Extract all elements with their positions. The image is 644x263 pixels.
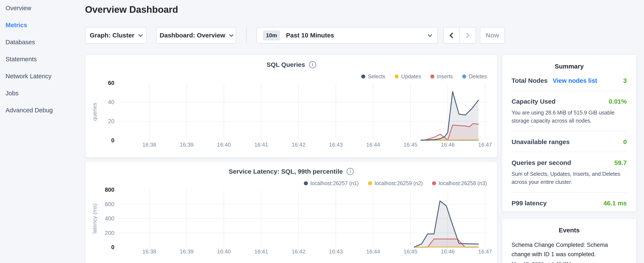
svg-text:16:45: 16:45 (404, 141, 417, 148)
event-text: Schema Change Completed: Schema change w… (512, 240, 627, 259)
svg-text:40: 40 (108, 99, 114, 105)
summary-title: Summary (512, 63, 627, 70)
sidebar-item-advanced-debug[interactable]: Advanced Debug (6, 107, 82, 114)
legend-label: Updates (401, 73, 421, 80)
legend-dot-icon (430, 75, 434, 79)
svg-text:16:47: 16:47 (478, 248, 492, 255)
sql-queries-plot[interactable]: 16:3816:3916:4016:4116:4216:4316:4416:45… (86, 80, 498, 153)
svg-text:16:46: 16:46 (441, 141, 454, 148)
chevron-left-icon (450, 33, 455, 38)
summary-row-label: Total Nodes (512, 77, 548, 84)
legend-dot-icon (394, 75, 399, 79)
summary-row-value: 46.1 ms (604, 200, 627, 207)
chevron-right-icon (464, 33, 470, 38)
svg-text:16:39: 16:39 (180, 141, 194, 148)
chevron-down-icon (229, 33, 234, 37)
legend-dot-icon (432, 181, 436, 185)
svg-text:16:46: 16:46 (441, 248, 454, 255)
svg-text:queries: queries (92, 103, 98, 121)
summary-row-description: You are using 28.6 MiB of 515.9 GiB usab… (512, 109, 627, 125)
svg-text:60: 60 (108, 80, 114, 86)
graph-scope-label: Graph: Cluster (90, 32, 134, 39)
legend-item: localhost:26258 (n3) (432, 180, 487, 186)
sidebar-item-jobs[interactable]: Jobs (6, 90, 82, 97)
svg-text:16:44: 16:44 (366, 141, 380, 148)
chart-title: SQL Queries (266, 61, 305, 68)
view-nodes-list-link[interactable]: View nodes list (552, 77, 597, 84)
svg-text:400: 400 (105, 215, 114, 222)
svg-text:16:41: 16:41 (254, 248, 268, 255)
chart-title: Service Latency: SQL, 99th percentile (229, 168, 343, 175)
summary-row-p99-latency: P99 latency 46.1 ms (512, 193, 627, 213)
events-panel: Events Schema Change Completed: Schema c… (502, 218, 636, 263)
svg-text:16:43: 16:43 (329, 141, 343, 148)
event-timestamp: May 13, 2020 at 4:45 PM (512, 261, 627, 263)
dashboard-dropdown[interactable]: Dashboard: Overview (156, 27, 236, 44)
chart-title-row: Service Latency: SQL, 99th percentile i (86, 168, 497, 175)
svg-text:20: 20 (108, 118, 114, 124)
sql-queries-chart-panel: SQL Queries i SelectsUpdatesInsertsDelet… (85, 54, 498, 158)
graph-scope-dropdown[interactable]: Graph: Cluster (85, 27, 147, 44)
summary-row-value: 3 (623, 77, 627, 84)
legend-item: localhost:26257 (n1) (304, 180, 359, 186)
events-title: Events (512, 227, 627, 234)
chevron-down-icon (138, 33, 143, 37)
svg-text:800: 800 (105, 187, 114, 193)
svg-text:16:42: 16:42 (292, 141, 306, 148)
svg-text:16:41: 16:41 (254, 141, 268, 148)
chevron-down-icon (428, 33, 432, 37)
summary-row-label: Unavailable ranges (512, 138, 570, 146)
sidebar-item-network-latency[interactable]: Network Latency (6, 73, 82, 80)
time-prev-button[interactable] (444, 28, 460, 43)
sidebar-item-statements[interactable]: Statements (6, 56, 82, 63)
dashboard-label: Dashboard: Overview (160, 32, 225, 39)
svg-text:16:44: 16:44 (366, 248, 380, 255)
sidebar-item-databases[interactable]: Databases (6, 39, 82, 46)
legend-label: Selects (368, 73, 385, 80)
summary-row-unavailable-ranges: Unavailable ranges 0 (512, 131, 627, 152)
svg-text:600: 600 (105, 201, 114, 207)
svg-text:0: 0 (111, 244, 114, 250)
sidebar-nav: Overview Metrics Databases Statements Ne… (6, 5, 82, 124)
svg-text:16:45: 16:45 (404, 248, 417, 255)
service-latency-chart-panel: Service Latency: SQL, 99th percentile i … (85, 161, 498, 263)
summary-row-value: 59.7 (614, 159, 627, 166)
svg-text:16:38: 16:38 (142, 141, 156, 148)
controls-divider (246, 27, 247, 44)
page-title: Overview Dashboard (85, 4, 178, 15)
svg-text:16:40: 16:40 (217, 141, 231, 148)
sidebar-item-metrics[interactable]: Metrics (6, 22, 82, 29)
legend-item: localhost:26259 (n2) (368, 180, 423, 186)
time-range-label: Past 10 Minutes (286, 32, 424, 39)
time-range-selector[interactable]: 10m Past 10 Minutes (256, 27, 438, 44)
chart-legend: localhost:26257 (n1)localhost:26259 (n2)… (304, 180, 487, 186)
svg-text:16:42: 16:42 (292, 248, 306, 255)
service-latency-plot[interactable]: 16:3816:3916:4016:4116:4216:4316:4416:45… (86, 187, 498, 260)
summary-row-description: Sum of Selects, Updates, Inserts, and De… (512, 170, 627, 186)
svg-text:200: 200 (105, 230, 114, 236)
chart-title-row: SQL Queries i (86, 61, 497, 68)
legend-label: localhost:26257 (n1) (310, 180, 359, 186)
time-next-button[interactable] (460, 28, 476, 43)
info-icon[interactable]: i (346, 168, 354, 175)
summary-row-total-nodes: Total Nodes View nodes list 3 (512, 70, 627, 91)
summary-panel: Summary Total Nodes View nodes list 3 Ca… (502, 54, 636, 212)
now-button[interactable]: Now (480, 27, 505, 44)
svg-text:16:40: 16:40 (217, 248, 231, 255)
sidebar-item-overview[interactable]: Overview (6, 5, 82, 12)
summary-row-value: 0.01% (609, 98, 627, 105)
svg-text:0: 0 (111, 137, 114, 144)
svg-text:latency (ms): latency (ms) (92, 203, 98, 234)
legend-label: Deletes (469, 73, 487, 80)
time-step-buttons (443, 27, 476, 44)
svg-text:16:39: 16:39 (180, 248, 194, 255)
legend-item: Deletes (462, 73, 487, 80)
legend-item: Selects (361, 73, 385, 80)
summary-row-value: 0 (623, 138, 627, 146)
legend-dot-icon (462, 75, 466, 79)
svg-text:16:38: 16:38 (142, 248, 156, 255)
summary-row-queries-per-second: Queries per second 59.7 Sum of Selects, … (512, 152, 627, 193)
info-icon[interactable]: i (309, 61, 316, 68)
legend-label: localhost:26258 (n3) (438, 180, 487, 186)
svg-text:16:43: 16:43 (329, 248, 343, 255)
